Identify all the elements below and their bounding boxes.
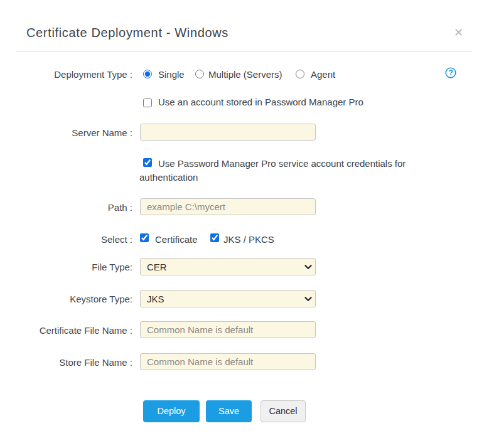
- svg-text:?: ?: [448, 68, 453, 77]
